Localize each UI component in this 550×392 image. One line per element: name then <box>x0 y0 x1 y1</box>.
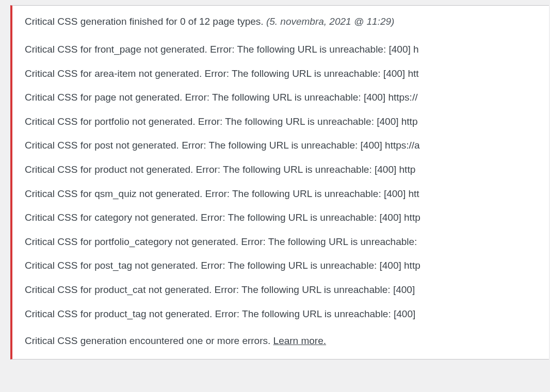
error-list: Critical CSS for front_page not generate… <box>25 43 537 321</box>
error-notice: Critical CSS generation finished for 0 o… <box>10 5 549 360</box>
footer-text: Critical CSS generation encountered one … <box>25 335 273 346</box>
error-item: Critical CSS for page not generated. Err… <box>25 91 537 105</box>
error-item: Critical CSS for category not generated.… <box>25 211 537 225</box>
error-item: Critical CSS for portfolio_category not … <box>25 235 537 249</box>
error-item: Critical CSS for product_tag not generat… <box>25 307 537 321</box>
notice-header: Critical CSS generation finished for 0 o… <box>25 16 537 27</box>
error-item: Critical CSS for post_tag not generated.… <box>25 259 537 273</box>
error-item: Critical CSS for product not generated. … <box>25 163 537 177</box>
header-timestamp: (5. novembra, 2021 @ 11:29) <box>266 16 394 27</box>
notice-footer: Critical CSS generation encountered one … <box>25 335 537 347</box>
error-item: Critical CSS for front_page not generate… <box>25 43 537 57</box>
error-item: Critical CSS for portfolio not generated… <box>25 115 537 129</box>
error-item: Critical CSS for area-item not generated… <box>25 67 537 81</box>
error-item: Critical CSS for post not generated. Err… <box>25 139 537 153</box>
learn-more-link[interactable]: Learn more. <box>273 335 326 346</box>
error-item: Critical CSS for product_cat not generat… <box>25 283 537 297</box>
header-text: Critical CSS generation finished for 0 o… <box>25 16 266 27</box>
error-item: Critical CSS for qsm_quiz not generated.… <box>25 187 537 201</box>
